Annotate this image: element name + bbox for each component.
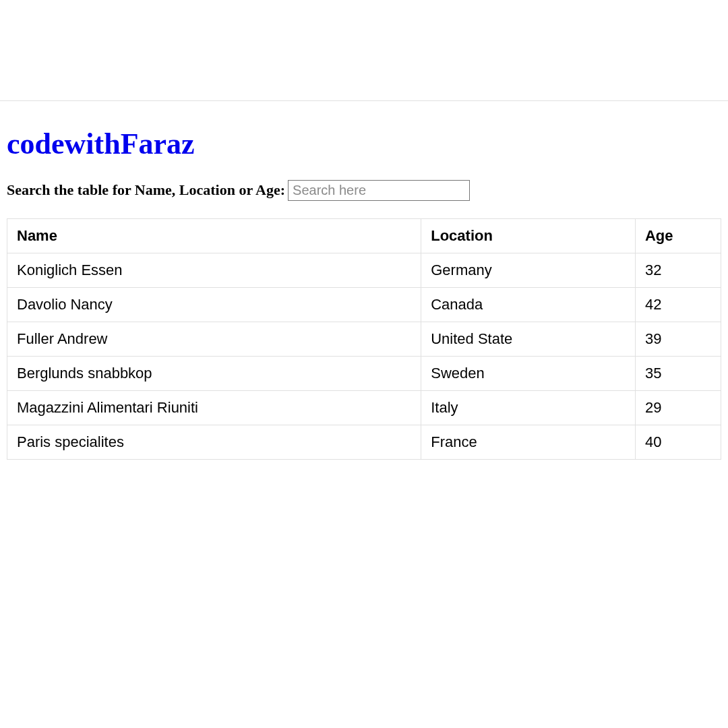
cell-age: 32: [635, 253, 721, 288]
cell-age: 29: [635, 391, 721, 425]
cell-location: Sweden: [421, 357, 636, 391]
search-input[interactable]: [288, 180, 470, 201]
table-header-location: Location: [421, 219, 636, 253]
cell-location: Germany: [421, 253, 636, 288]
table-row: Davolio Nancy Canada 42: [7, 288, 721, 322]
search-label: Search the table for Name, Location or A…: [7, 181, 285, 198]
cell-name: Magazzini Alimentari Riuniti: [7, 391, 421, 425]
cell-location: United State: [421, 322, 636, 357]
table-row: Koniglich Essen Germany 32: [7, 253, 721, 288]
data-table: Name Location Age Koniglich Essen German…: [7, 218, 721, 460]
cell-location: Italy: [421, 391, 636, 425]
table-row: Berglunds snabbkop Sweden 35: [7, 357, 721, 391]
cell-age: 40: [635, 425, 721, 460]
table-header-age: Age: [635, 219, 721, 253]
table-row: Paris specialites France 40: [7, 425, 721, 460]
main-content: codewithFaraz Search the table for Name,…: [0, 101, 728, 466]
cell-name: Berglunds snabbkop: [7, 357, 421, 391]
cell-name: Koniglich Essen: [7, 253, 421, 288]
cell-age: 39: [635, 322, 721, 357]
table-header-name: Name: [7, 219, 421, 253]
cell-age: 42: [635, 288, 721, 322]
cell-location: Canada: [421, 288, 636, 322]
table-header-row: Name Location Age: [7, 219, 721, 253]
page-title: codewithFaraz: [7, 127, 721, 161]
cell-name: Paris specialites: [7, 425, 421, 460]
table-row: Magazzini Alimentari Riuniti Italy 29: [7, 391, 721, 425]
cell-age: 35: [635, 357, 721, 391]
search-row: Search the table for Name, Location or A…: [7, 180, 721, 201]
cell-name: Davolio Nancy: [7, 288, 421, 322]
table-row: Fuller Andrew United State 39: [7, 322, 721, 357]
top-spacer: [0, 0, 728, 101]
cell-name: Fuller Andrew: [7, 322, 421, 357]
cell-location: France: [421, 425, 636, 460]
